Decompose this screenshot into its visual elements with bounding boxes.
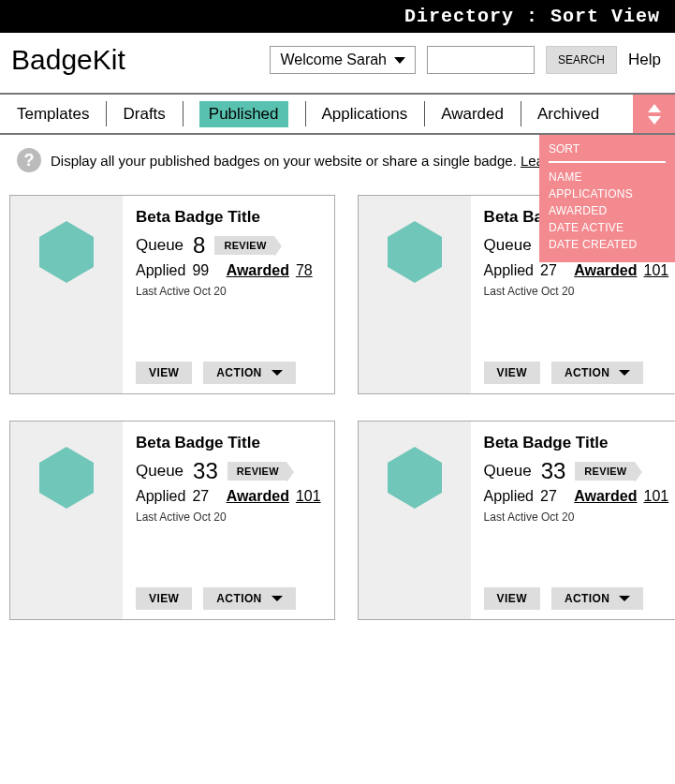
queue-count: 33 (541, 458, 566, 484)
chevron-down-icon (619, 370, 630, 376)
applied-count: 27 (192, 488, 209, 505)
tab-templates[interactable]: Templates (0, 95, 106, 133)
sort-option-applications[interactable]: APPLICATIONS (549, 185, 666, 202)
last-active: Last Active Oct 20 (484, 285, 669, 298)
awarded-count[interactable]: 101 (296, 488, 321, 505)
awarded-count[interactable]: 101 (644, 488, 669, 505)
badge-body: Beta Badge Title Queue 33 REVIEW Applied… (123, 422, 334, 619)
hint-text-body: Display all your published badges on you… (51, 153, 521, 169)
badge-card: Beta Badge Title Queue 8 REVIEW Applied … (9, 195, 335, 394)
action-button[interactable]: ACTION (551, 587, 643, 610)
badge-title: Beta Badge Title (484, 434, 669, 452)
svg-marker-5 (388, 447, 442, 509)
page-annotation: Directory : Sort View (0, 0, 675, 33)
action-button-label: ACTION (565, 592, 609, 605)
badge-card: Beta Badge Title Queue 33 REVIEW Applied… (358, 421, 675, 620)
tab-published-label: Published (199, 101, 288, 127)
awarded-link[interactable]: Awarded (227, 262, 289, 279)
hexagon-icon (37, 445, 95, 510)
queue-count: 33 (193, 458, 218, 484)
sort-button[interactable] (633, 95, 675, 133)
queue-label: Queue (484, 462, 532, 481)
hint-text: Display all your published badges on you… (51, 153, 622, 169)
applied-label: Applied (484, 488, 534, 505)
badge-thumbnail (10, 422, 123, 619)
applied-count: 27 (540, 262, 557, 279)
applied-label: Applied (136, 262, 185, 279)
review-button[interactable]: REVIEW (214, 236, 273, 255)
action-button-label: ACTION (216, 366, 261, 379)
badge-body: Beta Badge Title Queue 33 REVIEW Applied… (471, 422, 675, 619)
last-active: Last Active Oct 20 (136, 285, 321, 298)
action-button[interactable]: ACTION (203, 587, 295, 610)
chevron-down-icon (619, 596, 630, 601)
chevron-down-icon (271, 370, 283, 376)
tab-bar: Templates Drafts Published Applications … (0, 93, 675, 135)
tab-drafts[interactable]: Drafts (106, 95, 182, 133)
view-button[interactable]: VIEW (484, 587, 540, 610)
tab-published[interactable]: Published (183, 95, 305, 133)
tab-applications[interactable]: Applications (305, 95, 425, 133)
sort-option-awarded[interactable]: AWARDED (549, 202, 666, 219)
last-active: Last Active Oct 20 (136, 510, 321, 524)
applied-label: Applied (136, 488, 185, 505)
view-button[interactable]: VIEW (136, 587, 192, 610)
awarded-count[interactable]: 78 (296, 262, 313, 279)
awarded-link[interactable]: Awarded (227, 488, 289, 505)
queue-label: Queue (484, 236, 532, 255)
sort-arrows-icon (646, 102, 663, 126)
chevron-down-icon (394, 57, 405, 64)
sort-option-date-created[interactable]: DATE CREATED (549, 236, 666, 253)
header: BadgeKit Welcome Sarah SEARCH Help (0, 33, 675, 93)
view-button[interactable]: VIEW (484, 362, 540, 384)
hexagon-icon (37, 219, 95, 285)
awarded-count[interactable]: 101 (644, 262, 669, 279)
queue-label: Queue (136, 236, 183, 255)
awarded-link[interactable]: Awarded (574, 262, 637, 279)
badge-thumbnail (359, 196, 471, 393)
search-button[interactable]: SEARCH (546, 46, 617, 74)
queue-count: 8 (193, 232, 205, 259)
svg-marker-2 (39, 221, 94, 283)
user-menu-label: Welcome Sarah (280, 52, 387, 68)
applied-count: 27 (540, 488, 557, 505)
badge-card: Beta Badge Title Queue 33 REVIEW Applied… (9, 421, 335, 620)
applied-label: Applied (484, 262, 534, 279)
search-input[interactable] (427, 46, 535, 74)
help-link[interactable]: Help (628, 51, 661, 69)
action-button-label: ACTION (216, 592, 261, 605)
tab-awarded[interactable]: Awarded (424, 95, 521, 133)
review-button[interactable]: REVIEW (227, 462, 286, 481)
action-button[interactable]: ACTION (203, 362, 295, 384)
app-logo: BadgeKit (11, 44, 125, 76)
sort-panel: SORT NAME APPLICATIONS AWARDED DATE ACTI… (539, 135, 675, 262)
svg-marker-4 (39, 447, 94, 509)
awarded-link[interactable]: Awarded (574, 488, 637, 505)
svg-marker-0 (648, 104, 661, 112)
badge-title: Beta Badge Title (136, 208, 321, 227)
user-menu[interactable]: Welcome Sarah (270, 46, 416, 74)
help-icon: ? (17, 148, 41, 172)
hexagon-icon (386, 219, 444, 285)
last-active: Last Active Oct 20 (484, 510, 669, 524)
svg-marker-3 (388, 221, 442, 283)
view-button[interactable]: VIEW (136, 362, 192, 384)
hexagon-icon (386, 445, 444, 510)
queue-label: Queue (136, 462, 183, 481)
action-button[interactable]: ACTION (551, 362, 643, 384)
badge-title: Beta Badge Title (136, 434, 321, 452)
svg-marker-1 (648, 116, 661, 125)
sort-option-name[interactable]: NAME (549, 169, 666, 185)
sort-option-date-active[interactable]: DATE ACTIVE (549, 219, 666, 236)
tab-archived[interactable]: Archived (521, 95, 616, 133)
chevron-down-icon (271, 596, 283, 601)
sort-panel-header: SORT (549, 142, 666, 163)
badge-thumbnail (359, 422, 471, 619)
action-button-label: ACTION (565, 366, 609, 379)
review-button[interactable]: REVIEW (575, 462, 634, 481)
badge-body: Beta Badge Title Queue 8 REVIEW Applied … (123, 196, 334, 393)
badge-thumbnail (10, 196, 123, 393)
applied-count: 99 (192, 262, 209, 279)
